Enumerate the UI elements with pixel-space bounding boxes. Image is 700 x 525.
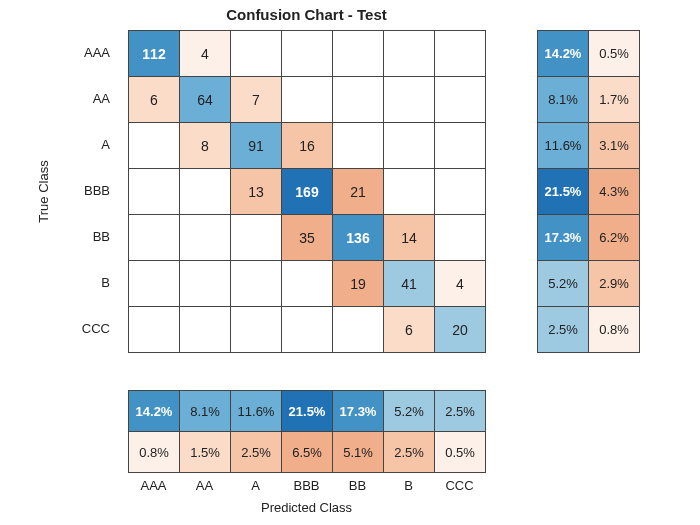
- col-summary-correct: 21.5%: [282, 391, 333, 432]
- col-summary-error: 0.5%: [435, 432, 486, 473]
- x-tick-labels: AAAAAABBBBBBCCC: [128, 478, 485, 493]
- col-summary-correct: 14.2%: [129, 391, 180, 432]
- matrix-cell: 13: [231, 169, 282, 215]
- matrix-cell: [282, 77, 333, 123]
- matrix-cell: 16: [282, 123, 333, 169]
- matrix-cell: 7: [231, 77, 282, 123]
- matrix-cell: [231, 215, 282, 261]
- matrix-cell: [282, 307, 333, 353]
- col-summary-error: 0.8%: [129, 432, 180, 473]
- row-summary-correct: 5.2%: [538, 261, 589, 307]
- matrix-cell: 64: [180, 77, 231, 123]
- matrix-cell: 112: [129, 31, 180, 77]
- row-summary-correct: 17.3%: [538, 215, 589, 261]
- matrix-cell: [333, 123, 384, 169]
- matrix-cell: 41: [384, 261, 435, 307]
- col-summary-error: 1.5%: [180, 432, 231, 473]
- matrix-cell: [435, 77, 486, 123]
- matrix-cell: [180, 215, 231, 261]
- x-tick-label: CCC: [434, 478, 485, 493]
- matrix-cell: [384, 31, 435, 77]
- row-summary-error: 4.3%: [589, 169, 640, 215]
- row-summary-error: 2.9%: [589, 261, 640, 307]
- column-summary-grid: 14.2%8.1%11.6%21.5%17.3%5.2%2.5%0.8%1.5%…: [128, 390, 486, 473]
- matrix-cell: [129, 215, 180, 261]
- row-category-labels: AAAAAABBBBBBCCC: [35, 30, 120, 352]
- matrix-cell: [231, 307, 282, 353]
- x-tick-label: BB: [332, 478, 383, 493]
- row-summary-correct: 2.5%: [538, 307, 589, 353]
- matrix-cell: 91: [231, 123, 282, 169]
- matrix-cell: [435, 31, 486, 77]
- chart-title: Confusion Chart - Test: [128, 6, 485, 23]
- row-summary-correct: 21.5%: [538, 169, 589, 215]
- row-label: BB: [35, 214, 120, 260]
- x-tick-label: A: [230, 478, 281, 493]
- row-label: AAA: [35, 30, 120, 76]
- row-summary-error: 1.7%: [589, 77, 640, 123]
- col-summary-correct: 8.1%: [180, 391, 231, 432]
- row-summary-error: 0.8%: [589, 307, 640, 353]
- matrix-cell: 20: [435, 307, 486, 353]
- col-summary-correct: 17.3%: [333, 391, 384, 432]
- matrix-cell: [384, 123, 435, 169]
- matrix-cell: 6: [129, 77, 180, 123]
- col-summary-correct: 11.6%: [231, 391, 282, 432]
- x-tick-label: AA: [179, 478, 230, 493]
- matrix-cell: [435, 215, 486, 261]
- row-summary-correct: 14.2%: [538, 31, 589, 77]
- x-axis-label: Predicted Class: [128, 500, 485, 515]
- x-tick-label: AAA: [128, 478, 179, 493]
- matrix-cell: [129, 169, 180, 215]
- matrix-cell: [129, 261, 180, 307]
- matrix-cell: [282, 31, 333, 77]
- matrix-cell: [333, 307, 384, 353]
- matrix-cell: 169: [282, 169, 333, 215]
- row-label: AA: [35, 76, 120, 122]
- matrix-cell: 136: [333, 215, 384, 261]
- col-summary-error: 2.5%: [231, 432, 282, 473]
- matrix-cell: 8: [180, 123, 231, 169]
- row-summary-error: 0.5%: [589, 31, 640, 77]
- col-summary-correct: 2.5%: [435, 391, 486, 432]
- matrix-cell: [129, 123, 180, 169]
- matrix-cell: 19: [333, 261, 384, 307]
- matrix-cell: 21: [333, 169, 384, 215]
- row-summary-correct: 11.6%: [538, 123, 589, 169]
- matrix-cell: [231, 31, 282, 77]
- matrix-cell: [435, 169, 486, 215]
- col-summary-correct: 5.2%: [384, 391, 435, 432]
- matrix-cell: 14: [384, 215, 435, 261]
- matrix-cell: 4: [180, 31, 231, 77]
- matrix-cell: 6: [384, 307, 435, 353]
- matrix-cell: [180, 169, 231, 215]
- matrix-cell: 4: [435, 261, 486, 307]
- row-summary-error: 3.1%: [589, 123, 640, 169]
- row-summary-grid: 14.2%0.5%8.1%1.7%11.6%3.1%21.5%4.3%17.3%…: [537, 30, 640, 353]
- x-tick-label: BBB: [281, 478, 332, 493]
- matrix-cell: [282, 261, 333, 307]
- confusion-matrix-grid: 11246647891161316921351361419414620: [128, 30, 486, 353]
- confusion-chart: Confusion Chart - Test True Class AAAAAA…: [0, 0, 700, 525]
- row-label: CCC: [35, 306, 120, 352]
- row-summary-error: 6.2%: [589, 215, 640, 261]
- col-summary-error: 5.1%: [333, 432, 384, 473]
- matrix-cell: 35: [282, 215, 333, 261]
- matrix-cell: [435, 123, 486, 169]
- matrix-cell: [231, 261, 282, 307]
- row-label: B: [35, 260, 120, 306]
- row-summary-correct: 8.1%: [538, 77, 589, 123]
- matrix-cell: [384, 77, 435, 123]
- matrix-cell: [333, 31, 384, 77]
- matrix-cell: [180, 261, 231, 307]
- matrix-cell: [384, 169, 435, 215]
- row-label: A: [35, 122, 120, 168]
- matrix-cell: [333, 77, 384, 123]
- row-label: BBB: [35, 168, 120, 214]
- matrix-cell: [180, 307, 231, 353]
- x-tick-label: B: [383, 478, 434, 493]
- col-summary-error: 6.5%: [282, 432, 333, 473]
- matrix-cell: [129, 307, 180, 353]
- col-summary-error: 2.5%: [384, 432, 435, 473]
